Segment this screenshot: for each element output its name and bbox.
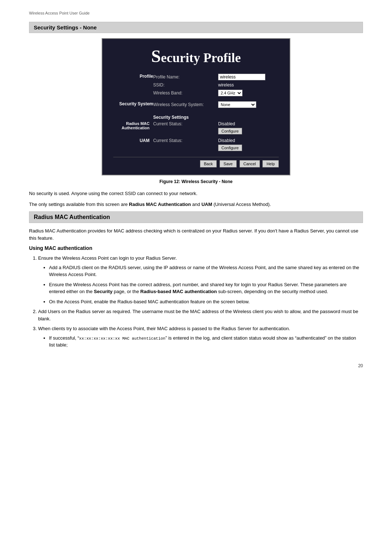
bullet-3: On the Access Point, enable the Radius-b… — [49, 298, 363, 305]
ssid-value-cell: wireless — [218, 81, 279, 89]
body-p2-bold1: Radius MAC Authentication — [129, 202, 191, 207]
save-button[interactable]: Save — [220, 160, 237, 167]
security-settings-section-header: Security Settings - None — [29, 22, 363, 33]
uam-label: UAM — [113, 138, 153, 151]
body-paragraph-1: No security is used. Anyone using the co… — [29, 190, 363, 197]
using-mac-auth-subheader: Using MAC authentication — [29, 245, 363, 251]
profile-section-label: Profile — [113, 73, 153, 97]
body-p2-start: The only settings available from this sc… — [29, 202, 129, 207]
main-steps-list: Ensure the Wireless Access Point can log… — [29, 255, 363, 349]
back-button[interactable]: Back — [200, 160, 217, 167]
uam-configure-button[interactable]: Configure — [218, 145, 242, 151]
page-number: 20 — [29, 363, 363, 368]
wireless-security-system-label: Wireless Security System: — [153, 100, 218, 109]
step-1-bullets: Add a RADIUS client on the RADIUS server… — [38, 264, 363, 305]
uam-current-status-label: Current Status: — [153, 138, 218, 151]
panel-title: Security Profile — [113, 46, 279, 66]
breadcrumb: Wireless Access Point User Guide — [29, 11, 363, 15]
security-settings-sub-header: Security Settings — [153, 112, 279, 120]
wireless-security-system-select[interactable]: None WEP WPA-Personal WPA-Enterprise — [218, 101, 256, 108]
wireless-security-system-cell: None WEP WPA-Personal WPA-Enterprise — [218, 100, 279, 109]
bullet4-start: If successful, “ — [49, 335, 79, 341]
bullet2-bold2: Radius-based MAC authentication — [140, 289, 217, 294]
title-rest: ecurity Profile — [161, 50, 241, 65]
security-profile-panel: Security Profile Profile Profile Name: S… — [102, 38, 290, 175]
radius-mac-section-header: Radius MAC Authentication — [29, 211, 363, 223]
bullet2-middle: page, or the — [113, 289, 140, 294]
radius-intro: Radius MAC Authentication provides for M… — [29, 227, 363, 242]
bullet2-bold1: Security — [94, 289, 113, 294]
step-3: When clients try to associate with the A… — [38, 325, 363, 349]
radius-mac-status-cell: Disabled Configure — [218, 121, 279, 134]
step-3-text: When clients try to associate with the A… — [38, 326, 290, 331]
step-3-bullets: If successful, “xx:xx:xx:xx:xx:xx MAC au… — [38, 335, 363, 349]
step-2: Add Users on the Radius server as requir… — [38, 308, 363, 322]
help-button[interactable]: Help — [262, 160, 279, 167]
bullet-4: If successful, “xx:xx:xx:xx:xx:xx MAC au… — [49, 335, 363, 349]
bullet2-end: sub-screen, depending on the security me… — [217, 289, 328, 294]
uam-status-value: Disabled — [218, 138, 235, 143]
ssid-value: wireless — [218, 82, 234, 88]
ssid-label: SSID: — [153, 81, 218, 89]
body-p2-end: (Universal Access Method). — [212, 202, 271, 207]
radius-mac-label: Radius MACAuthentication — [113, 121, 153, 134]
cancel-button[interactable]: Cancel — [240, 160, 260, 167]
title-big-s: S — [151, 46, 161, 66]
radius-mac-status-value: Disabled — [218, 121, 235, 126]
uam-status-cell: Disabled Configure — [218, 138, 279, 151]
figure-caption: Figure 12: Wireless Security - None — [29, 179, 363, 184]
radius-mac-configure-button[interactable]: Configure — [218, 128, 242, 134]
radius-mac-current-status-label: Current Status: — [153, 121, 218, 134]
body-p2-bold2: UAM — [201, 202, 212, 207]
step-1-text: Ensure the Wireless Access Point can log… — [38, 255, 177, 261]
bullet-1: Add a RADIUS client on the RADIUS server… — [49, 264, 363, 278]
bullet4-code: xx:xx:xx:xx:xx:xx MAC authentication — [79, 336, 166, 341]
profile-name-cell — [218, 73, 279, 81]
body-p2-middle: and — [191, 202, 201, 207]
profile-name-input[interactable] — [218, 74, 265, 80]
bullet-2: Ensure the Wireless Access Point has the… — [49, 281, 363, 295]
wireless-band-select[interactable]: 2.4 GHz 5 GHz — [218, 90, 242, 96]
security-system-label: Security System — [113, 100, 153, 109]
wireless-band-label: Wireless Band: — [153, 89, 218, 97]
wireless-band-cell: 2.4 GHz 5 GHz — [218, 89, 279, 97]
body-paragraph-2: The only settings available from this sc… — [29, 201, 363, 208]
panel-buttons: Back Save Cancel Help — [113, 157, 279, 167]
profile-name-label: Profile Name: — [153, 73, 218, 81]
step-1: Ensure the Wireless Access Point can log… — [38, 255, 363, 305]
